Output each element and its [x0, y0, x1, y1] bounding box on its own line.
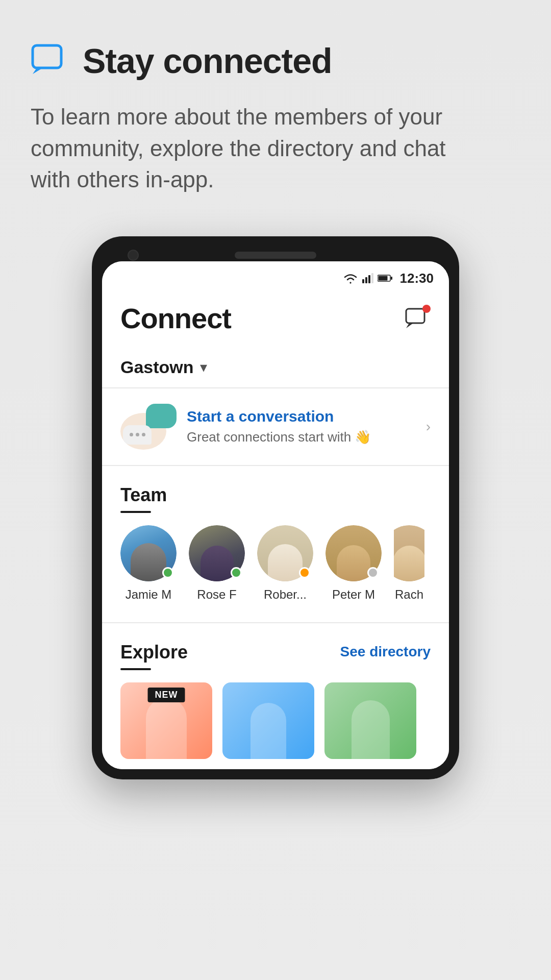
phone-speaker: [235, 252, 316, 259]
team-member-rose[interactable]: Rose F: [189, 525, 245, 602]
conversation-text: Start a conversation Great connections s…: [187, 408, 416, 445]
see-directory-button[interactable]: See directory: [340, 642, 431, 660]
conv-inner: Start a conversation Great connections s…: [120, 404, 431, 450]
team-title: Team: [120, 484, 431, 506]
page-wrapper: Stay connected To learn more about the m…: [0, 0, 551, 980]
avatar-container-robert: [257, 525, 313, 581]
page-description: To learn more about the members of your …: [31, 101, 490, 195]
start-conversation-link[interactable]: Start a conversation: [187, 408, 416, 425]
svg-rect-0: [33, 45, 61, 68]
svg-rect-5: [371, 273, 373, 283]
explore-card-1[interactable]: NEW: [120, 682, 212, 759]
svg-rect-7: [378, 276, 387, 281]
signal-icon: [362, 273, 373, 283]
location-selector[interactable]: Gastown ▾: [120, 357, 431, 377]
phone-notch-bar: [102, 247, 449, 261]
location-bar[interactable]: Gastown ▾: [102, 347, 449, 388]
team-underline: [120, 511, 151, 513]
svg-rect-2: [362, 279, 364, 283]
chat-bubble-icon: [31, 41, 67, 78]
team-section-header: Team: [120, 484, 431, 513]
team-member-peter[interactable]: Peter M: [325, 525, 382, 602]
page-title: Stay connected: [83, 41, 332, 81]
team-member-rach[interactable]: Rach: [394, 525, 424, 602]
conversation-card[interactable]: Start a conversation Great connections s…: [102, 388, 449, 466]
status-dot-jamie: [162, 567, 173, 578]
svg-rect-3: [365, 277, 367, 283]
conversation-subtitle: Great connections start with 👋: [187, 429, 416, 445]
phone-frame: 12:30 Connect Gastow: [92, 236, 459, 779]
status-dot-robert: [299, 567, 310, 578]
member-name-robert: Rober...: [264, 587, 307, 602]
team-member-robert[interactable]: Rober...: [257, 525, 313, 602]
team-member-jamie[interactable]: Jamie M: [120, 525, 177, 602]
status-dot-rose: [231, 567, 242, 578]
typing-dot-3: [142, 433, 145, 436]
avatar-circle-rach: [394, 525, 424, 581]
team-avatars: Jamie M: [120, 525, 431, 612]
avatar-container-rach: [394, 525, 424, 581]
team-section: Team: [102, 466, 449, 622]
notification-button[interactable]: [404, 305, 431, 331]
member-name-jamie: Jamie M: [126, 587, 172, 602]
explore-person-3: [324, 682, 416, 759]
battery-icon: [378, 274, 393, 282]
explore-card-image-3: [324, 682, 416, 759]
typing-dot-2: [136, 433, 139, 436]
explore-card-2[interactable]: [222, 682, 314, 759]
header-section: Stay connected To learn more about the m…: [31, 41, 520, 195]
svg-rect-8: [391, 277, 392, 280]
status-time: 12:30: [400, 271, 434, 286]
avatar-container-rose: [189, 525, 245, 581]
avatar-container-jamie: [120, 525, 177, 581]
member-name-rach: Rach: [395, 587, 423, 602]
phone-camera: [128, 250, 139, 261]
explore-person-2: [222, 682, 314, 759]
location-name: Gastown: [120, 357, 194, 377]
member-name-peter: Peter M: [332, 587, 375, 602]
avatar-rach: [394, 525, 424, 581]
arrow-right-icon: ›: [426, 419, 431, 435]
chat-icon-container: [31, 41, 67, 80]
member-name-rose: Rose F: [197, 587, 236, 602]
wifi-icon: [343, 273, 358, 284]
status-bar: 12:30: [102, 261, 449, 291]
explore-section: Explore See directory: [102, 622, 449, 769]
new-badge: NEW: [148, 688, 185, 702]
avatar-container-peter: [325, 525, 382, 581]
svg-rect-9: [406, 309, 424, 323]
title-row: Stay connected: [31, 41, 520, 81]
explore-title: Explore: [120, 642, 188, 663]
status-icons: [343, 273, 393, 284]
typing-dot-1: [130, 433, 133, 436]
status-dot-peter: [367, 567, 379, 578]
explore-grid: NEW: [120, 682, 431, 759]
explore-header: Explore See directory: [120, 642, 431, 670]
explore-card-3[interactable]: [324, 682, 416, 759]
bubble-white: [123, 425, 152, 445]
app-header: Connect: [102, 291, 449, 347]
chevron-down-icon: ▾: [200, 359, 207, 376]
phone-screen: 12:30 Connect Gastow: [102, 261, 449, 769]
bubble-green: [146, 404, 177, 428]
explore-card-image-2: [222, 682, 314, 759]
explore-underline: [120, 668, 151, 670]
explore-section-header: Explore: [120, 642, 188, 670]
phone-container: 12:30 Connect Gastow: [31, 236, 520, 949]
conversation-illustration: [120, 404, 177, 450]
svg-rect-4: [368, 275, 370, 283]
app-title: Connect: [120, 302, 231, 335]
